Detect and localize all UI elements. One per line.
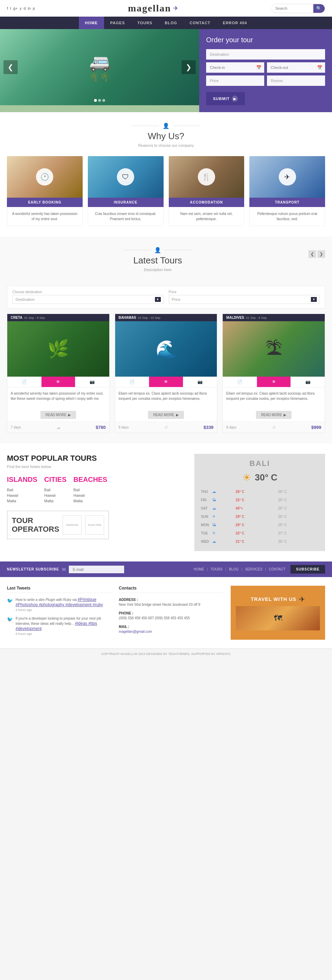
tours-prev-button[interactable]: ❮: [308, 250, 316, 258]
destination-filter: Choose destination Destination: [13, 290, 164, 304]
bahamas-dates: 03 Sep - 10 Sep: [138, 316, 160, 320]
nav-error[interactable]: ERROR 404: [217, 17, 253, 29]
form-title: Order your tour: [206, 36, 325, 44]
weather-table: THU ☁ 26° C 26° C FRI 🌤 32° C 25° C SAT …: [199, 487, 320, 546]
maldives-dates: 01 Sep - 8 Sep: [246, 316, 267, 320]
price-filter-select[interactable]: Price: [169, 295, 320, 304]
bahamas-read-more-button[interactable]: READ MORE ▶: [148, 411, 184, 419]
rooms-select[interactable]: Rooms: [267, 75, 325, 86]
bahamas-price: $339: [203, 425, 213, 430]
weather-current: ☀ 30° C: [199, 471, 320, 484]
list-item[interactable]: Malta: [73, 498, 107, 504]
creta-doc-action[interactable]: 📄: [7, 377, 41, 387]
popular-col-beaches: BEACHES Bali Hawaii Malta: [73, 476, 107, 504]
destination-select[interactable]: Destination: [206, 49, 325, 60]
facebook-icon[interactable]: f: [7, 6, 8, 10]
search-input[interactable]: [272, 5, 313, 12]
maldives-location: MALDIVES: [226, 316, 244, 320]
divider-right-2: [164, 250, 192, 250]
booking-icon-circle: 🕐: [36, 168, 53, 186]
feature-early-booking: 🕐 EARLY BOOKING A wonderful serenity has…: [7, 156, 83, 226]
nav-blog[interactable]: BLOG: [159, 17, 183, 29]
bahamas-camera-action[interactable]: 📷: [183, 377, 217, 387]
footer-nav-tours[interactable]: TOURS: [210, 567, 223, 571]
carousel-next[interactable]: ❯: [182, 60, 196, 74]
bahamas-doc-action[interactable]: 📄: [115, 377, 149, 387]
dribbble-icon[interactable]: d: [24, 6, 25, 10]
hero-image: ❮ 🚐 🌴🌴 ❯: [0, 29, 199, 112]
nav-contact[interactable]: CONTACT: [183, 17, 217, 29]
nav-home[interactable]: HOME: [79, 17, 104, 29]
checkin-input[interactable]: [206, 62, 264, 73]
bahamas-view-action[interactable]: 👁: [149, 377, 183, 387]
dot-3[interactable]: [102, 99, 105, 102]
copyright-bar: COPYRIGHT MAGELLAN 2013 DESIGNED BY TEGA…: [0, 648, 332, 659]
footer-nav-services[interactable]: SERVICES: [245, 567, 262, 571]
list-item[interactable]: Malta: [44, 498, 66, 504]
weather-row-sun: SUN ☀ 29° C 26° C: [200, 513, 319, 520]
latest-tours-section: 👤 Latest Tours Description here ❮ ❯ Choo…: [0, 236, 332, 444]
tours-next-button[interactable]: ❯: [318, 250, 325, 258]
footer-nav-home[interactable]: HOME: [194, 567, 204, 571]
youtube-icon[interactable]: y: [20, 6, 22, 10]
current-temp: 30° C: [255, 472, 277, 483]
bahamas-read-more-label: READ MORE: [153, 413, 174, 417]
dot-2[interactable]: [98, 99, 101, 102]
list-item[interactable]: Hawaii: [44, 493, 66, 498]
pinterest-icon[interactable]: p: [33, 6, 35, 10]
submit-button[interactable]: SUBMIT ▶: [206, 92, 245, 105]
calendar-icon-2: 📅: [317, 65, 323, 70]
checkout-field: 📅: [267, 62, 325, 73]
newsletter-inner: NEWSLETTER SUBSCRIBE ✉ HOME | TOURS | BL…: [7, 565, 325, 574]
list-item[interactable]: Bali: [44, 487, 66, 493]
maldives-camera-action[interactable]: 📷: [291, 377, 325, 387]
creta-dates: 02 Sep - 8 Sep: [24, 316, 45, 320]
creta-camera-action[interactable]: 📷: [75, 377, 109, 387]
nav-tours[interactable]: TOURS: [131, 17, 158, 29]
googleplus-icon[interactable]: g+: [13, 6, 17, 10]
latest-tours-desc: Description here: [7, 267, 308, 272]
weather-row-mon: MON 🌤 29° C 25° C: [200, 521, 319, 528]
price-select[interactable]: Price: [206, 75, 264, 86]
checkout-input[interactable]: [267, 62, 325, 73]
why-us-section: 👤 Why Us? Reasons to choose our company …: [0, 112, 332, 236]
maldives-view-action[interactable]: 👁: [257, 377, 291, 387]
divider-right: [173, 126, 201, 126]
travel-banner-text-row: TRAVEL WITH US ✈: [251, 595, 305, 603]
popular-title: MOST POPULAR TOURS: [7, 454, 187, 463]
list-item[interactable]: Bali: [73, 487, 107, 493]
tweet-1-content: How to write a slim Plugin with Ruby via…: [16, 597, 112, 612]
list-item[interactable]: Hawaii: [7, 493, 37, 498]
search-button[interactable]: 🔍: [313, 4, 325, 13]
list-item[interactable]: Hawaii: [73, 493, 107, 498]
price-filter-label: Price: [169, 290, 320, 294]
list-item[interactable]: Bali: [7, 487, 37, 493]
tweets-title: Last Tweets: [7, 586, 112, 593]
maldives-actions: 📄 👁 📷: [223, 377, 325, 387]
operator-hudson: HUDSON: [63, 515, 82, 535]
twitter-icon[interactable]: t: [10, 6, 11, 10]
footer-nav-blog[interactable]: BLOG: [229, 567, 239, 571]
rooms-field: Rooms: [267, 75, 325, 86]
newsletter-email-input[interactable]: [69, 566, 124, 573]
dot-1[interactable]: [94, 99, 97, 102]
logo[interactable]: magellan ✈: [128, 3, 179, 14]
footer-nav-contact[interactable]: CONTACT: [269, 567, 286, 571]
creta-view-action[interactable]: 👁: [41, 377, 76, 387]
subscribe-button[interactable]: SUBSCRIBE: [291, 565, 325, 574]
bahamas-footer: 8 days ↺ $339: [115, 422, 217, 433]
list-item[interactable]: Malta: [7, 498, 37, 504]
linkedin-icon[interactable]: in: [28, 6, 31, 10]
bahamas-read-more-wrap: READ MORE ▶: [115, 408, 217, 422]
airplane-icon: ✈: [284, 173, 290, 181]
destination-filter-select[interactable]: Destination: [13, 295, 164, 304]
carousel-prev[interactable]: ❮: [3, 60, 17, 74]
search-bar[interactable]: 🔍: [272, 4, 325, 13]
maldives-read-more-button[interactable]: READ MORE ▶: [256, 411, 292, 419]
latest-tours-header: 👤 Latest Tours Description here ❮ ❯: [7, 247, 325, 280]
cities-heading: CITIES: [44, 476, 66, 484]
mail-value[interactable]: magellan@gmail.com: [119, 630, 152, 633]
nav-pages[interactable]: PAGES: [104, 17, 131, 29]
maldives-doc-action[interactable]: 📄: [223, 377, 257, 387]
creta-read-more-button[interactable]: READ MORE ▶: [41, 411, 76, 419]
